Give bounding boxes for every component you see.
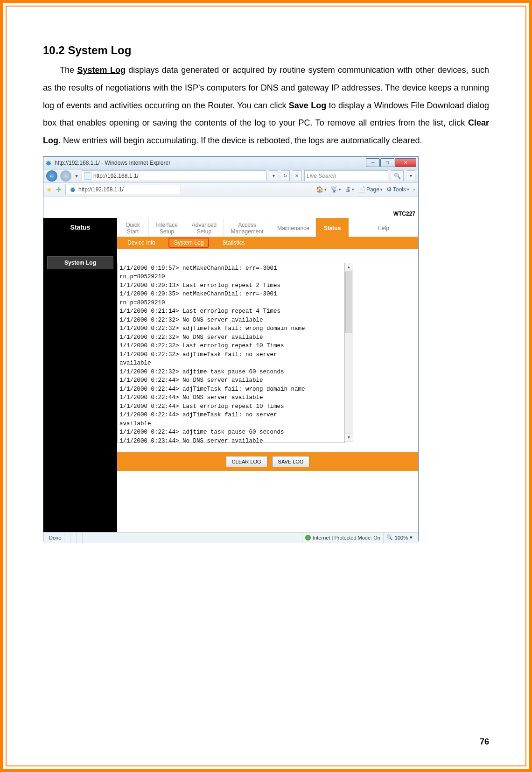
zone-text: Internet | Protected Mode: On <box>313 535 380 540</box>
page-menu[interactable]: 📄Page▾ <box>358 186 383 193</box>
window-title: http://192.168.1.1/ - Windows Internet E… <box>55 160 170 166</box>
page-icon: 📄 <box>358 186 365 193</box>
url-text: http://192.168.1.1/ <box>93 173 139 179</box>
tab-interface-setup[interactable]: Interface Setup <box>149 218 185 237</box>
add-favorites-icon[interactable]: ✚ <box>56 186 62 193</box>
page-menu-label: Page <box>366 186 379 193</box>
scroll-down-arrow[interactable]: ▼ <box>345 433 353 442</box>
window-close-button[interactable]: ✕ <box>395 158 416 167</box>
browser-screenshot: http://192.168.1.1/ - Windows Internet E… <box>43 156 419 541</box>
zoom-control[interactable]: 🔍100% ▾ <box>383 533 415 543</box>
refresh-button[interactable]: ↻ <box>281 170 290 181</box>
print-icon: 🖨 <box>345 186 351 193</box>
tab-quick-start[interactable]: Quick Start <box>117 218 149 237</box>
nav-status-title: Status <box>43 218 117 237</box>
body-paragraph: The System Log displays data generated o… <box>43 62 489 150</box>
search-provider-dropdown[interactable]: ▾ <box>406 170 415 181</box>
main-nav: Status Quick Start Interface Setup Advan… <box>43 218 418 237</box>
favorites-bar: ★ ✚ http://192.168.1.1/ 🏠▾ 📡▾ 🖨▾ 📄Page▾ … <box>43 183 418 197</box>
window-minimize-button[interactable]: ─ <box>366 158 380 167</box>
para-text: . New entries will begin accumulating. I… <box>58 136 422 145</box>
address-field[interactable]: http://192.168.1.1/ <box>82 170 266 181</box>
scroll-up-arrow[interactable]: ▲ <box>345 263 353 272</box>
save-log-button[interactable]: SAVE LOG <box>272 456 310 467</box>
stop-button[interactable]: ✕ <box>293 170 301 181</box>
page-content: WTC227 Status Quick Start Interface Setu… <box>43 197 418 532</box>
address-dropdown[interactable]: ▾ <box>269 170 278 181</box>
window-maximize-button[interactable]: □ <box>380 158 394 167</box>
browser-status-bar: Done Internet | Protected Mode: On 🔍100%… <box>43 532 418 543</box>
globe-icon <box>305 535 311 540</box>
feeds-button[interactable]: 📡▾ <box>330 186 341 193</box>
tools-menu[interactable]: ⚙Tools▾ <box>386 186 409 193</box>
ie-icon <box>45 160 52 166</box>
scroll-thumb[interactable] <box>345 272 352 333</box>
tab-maintenance[interactable]: Maintenance <box>271 218 316 237</box>
gear-icon: ⚙ <box>386 186 392 193</box>
zoom-text: 100% <box>395 535 408 540</box>
status-text: Done <box>46 533 64 543</box>
zoom-icon: 🔍 <box>386 534 393 540</box>
browser-tab[interactable]: http://192.168.1.1/ <box>65 184 181 195</box>
page-icon <box>84 172 91 180</box>
button-bar: CLEAR LOG SAVE LOG <box>117 452 418 471</box>
subtab-device-info[interactable]: Device Info <box>123 239 160 247</box>
ie-icon <box>70 186 76 193</box>
search-field[interactable]: Live Search <box>304 170 388 181</box>
system-log-term: System Log <box>77 65 125 75</box>
save-log-term: Save Log <box>289 101 326 110</box>
para-text: The <box>60 65 77 75</box>
tab-access-management[interactable]: Access Management <box>224 218 271 237</box>
nav-history-dropdown[interactable]: ▾ <box>74 173 79 179</box>
subtab-statistics[interactable]: Statistics <box>217 239 249 247</box>
section-heading: 10.2 System Log <box>43 44 489 57</box>
favorites-icon[interactable]: ★ <box>46 186 52 193</box>
chevron-right-icon[interactable]: » <box>413 187 415 192</box>
command-bar: 🏠▾ 📡▾ 🖨▾ 📄Page▾ ⚙Tools▾ » <box>316 186 415 193</box>
tab-help[interactable]: Help <box>349 218 418 237</box>
tab-status[interactable]: Status <box>316 218 349 237</box>
forward-button[interactable]: → <box>60 170 71 182</box>
log-scrollbar[interactable]: ▲ ▼ <box>345 263 353 442</box>
search-placeholder: Live Search <box>307 173 336 179</box>
sub-nav: Device Info System Log Statistics <box>43 237 418 249</box>
clear-log-button[interactable]: CLEAR LOG <box>226 456 267 467</box>
security-zone: Internet | Protected Mode: On <box>302 533 383 543</box>
subtab-system-log[interactable]: System Log <box>168 238 209 248</box>
tab-title: http://192.168.1.1/ <box>78 186 124 193</box>
print-button[interactable]: 🖨▾ <box>345 186 354 193</box>
address-bar: ← → ▾ http://192.168.1.1/ ▾ ↻ ✕ Live Sea… <box>43 169 418 183</box>
scroll-track[interactable] <box>345 272 353 433</box>
section-label: System Log <box>47 256 113 269</box>
rss-icon: 📡 <box>330 186 338 193</box>
page-number: 76 <box>480 737 489 747</box>
home-button[interactable]: 🏠▾ <box>316 186 327 193</box>
log-textarea[interactable]: 1/1/2000 0:19:57> netMakeChannDial: err=… <box>117 263 345 443</box>
back-button[interactable]: ← <box>46 170 57 182</box>
chevron-down-icon: ▾ <box>410 534 413 540</box>
model-label: WTC227 <box>43 197 418 218</box>
tab-advanced-setup[interactable]: Advanced Setup <box>185 218 224 237</box>
window-titlebar: http://192.168.1.1/ - Windows Internet E… <box>43 157 418 169</box>
tools-menu-label: Tools <box>393 186 406 193</box>
home-icon: 🏠 <box>316 186 323 193</box>
search-button[interactable]: 🔍 <box>391 170 404 181</box>
